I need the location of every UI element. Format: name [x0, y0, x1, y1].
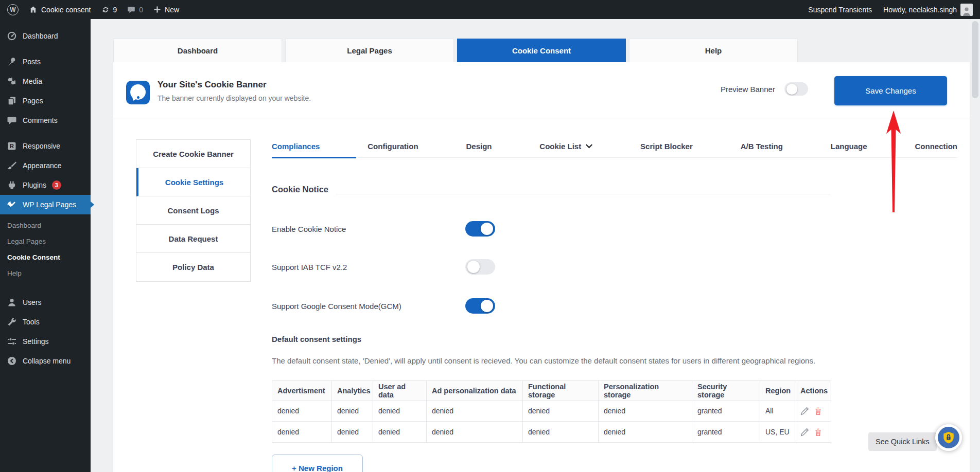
nav-label: Create Cookie Banner — [153, 150, 234, 158]
sidebar-item-comments[interactable]: Comments — [0, 111, 91, 130]
collapse-arrow-icon — [7, 356, 17, 366]
submenu-item-help[interactable]: Help — [0, 265, 91, 281]
comment-bubble-icon — [7, 115, 17, 125]
cell: granted — [692, 401, 760, 422]
sidebar-item-media[interactable]: Media — [0, 71, 91, 91]
nav-cookie-settings[interactable]: Cookie Settings — [136, 168, 250, 196]
sidebar-item-label: Posts — [23, 58, 41, 66]
submenu-item-legal-pages[interactable]: Legal Pages — [0, 233, 91, 249]
edit-pencil-icon[interactable] — [800, 407, 809, 415]
new-region-button[interactable]: + New Region — [272, 455, 363, 472]
settings-sub-tabs: Compliances Configuration Design Cookie … — [272, 135, 957, 158]
support-gcm-toggle[interactable] — [465, 298, 495, 314]
sidebar-item-label: Responsive — [23, 142, 60, 150]
cell: denied — [272, 401, 332, 422]
sidebar-item-tools[interactable]: Tools — [0, 312, 91, 332]
region-cell: All — [760, 401, 795, 422]
subtab-ab-testing[interactable]: A/B Testing — [741, 142, 783, 151]
tab-label: Cookie Consent — [512, 46, 571, 55]
tab-cookie-consent[interactable]: Cookie Consent — [457, 39, 626, 62]
subtab-design[interactable]: Design — [466, 142, 492, 151]
sidebar-item-label: Comments — [23, 116, 58, 124]
avatar — [960, 4, 973, 16]
sidebar-item-pages[interactable]: Pages — [0, 91, 91, 111]
default-consent-settings-description: The default consent state, 'Denied', wil… — [272, 356, 961, 365]
updates-link[interactable]: 9 — [101, 6, 117, 14]
plugins-count-badge: 3 — [52, 180, 61, 190]
cell: denied — [599, 401, 692, 422]
sidebar-item-label: Dashboard — [23, 32, 58, 40]
account-menu[interactable]: Howdy, neelaksh.singh — [883, 4, 973, 16]
sidebar-item-settings[interactable]: Settings — [0, 332, 91, 351]
sidebar-item-posts[interactable]: Posts — [0, 52, 91, 71]
site-name: Cookie consent — [41, 6, 91, 14]
col-actions: Actions — [795, 381, 831, 401]
sidebar-item-label: Tools — [23, 318, 40, 326]
sidebar-item-responsive[interactable]: R Responsive — [0, 136, 91, 156]
comments-link[interactable]: 0 — [127, 6, 143, 14]
nav-data-request[interactable]: Data Request — [136, 225, 250, 253]
brush-icon — [7, 160, 17, 171]
suspend-transients-link[interactable]: Suspend Transients — [808, 6, 872, 14]
col-advertisment: Advertisment — [272, 381, 332, 401]
sidebar-item-label: WP Legal Pages — [23, 201, 76, 209]
nav-create-cookie-banner[interactable]: Create Cookie Banner — [136, 140, 250, 168]
see-quick-links-button[interactable]: See Quick Links — [868, 432, 937, 451]
wordpress-menu[interactable]: W — [7, 4, 19, 15]
sidebar-item-appearance[interactable]: Appearance — [0, 156, 91, 175]
enable-cookie-notice-toggle[interactable] — [465, 221, 495, 237]
subtab-compliances[interactable]: Compliances — [272, 142, 320, 151]
site-link[interactable]: Cookie consent — [29, 5, 91, 14]
delete-trash-icon[interactable] — [814, 428, 822, 437]
cell: denied — [427, 422, 523, 443]
sidebar-item-wp-legal-pages[interactable]: WP Legal Pages — [0, 195, 91, 214]
tab-help[interactable]: Help — [629, 39, 798, 62]
nav-consent-logs[interactable]: Consent Logs — [136, 196, 250, 225]
quick-links-fab[interactable] — [935, 424, 962, 451]
tab-dashboard[interactable]: Dashboard — [113, 39, 282, 62]
updates-icon — [101, 6, 110, 14]
subtab-cookie-list-dropdown[interactable]: Cookie List — [539, 142, 592, 151]
submenu-item-dashboard[interactable]: Dashboard — [0, 217, 91, 233]
delete-trash-icon[interactable] — [814, 407, 822, 415]
cell: granted — [692, 422, 760, 443]
gavel-icon — [7, 199, 17, 210]
preview-banner-toggle[interactable] — [784, 82, 808, 96]
new-content-button[interactable]: New — [153, 6, 179, 14]
subtab-script-blocker[interactable]: Script Blocker — [640, 142, 693, 151]
subtab-label: A/B Testing — [741, 142, 783, 151]
cell: denied — [332, 422, 373, 443]
cell: denied — [373, 401, 427, 422]
edit-pencil-icon[interactable] — [800, 428, 809, 437]
subtab-label: Language — [831, 142, 867, 151]
cell: denied — [332, 401, 373, 422]
collapse-menu-button[interactable]: Collapse menu — [0, 351, 91, 371]
subtab-configuration[interactable]: Configuration — [367, 142, 418, 151]
enable-cookie-notice-label: Enable Cookie Notice — [272, 225, 346, 233]
nav-policy-data[interactable]: Policy Data — [136, 253, 250, 281]
support-iab-tcf-toggle[interactable] — [465, 259, 495, 275]
scrollbar-track[interactable] — [970, 19, 980, 472]
plugin-icon — [7, 180, 17, 190]
scrollbar-thumb[interactable] — [972, 21, 978, 98]
admin-bar: W Cookie consent 9 0 New Suspend Transie… — [0, 0, 980, 19]
nav-label: Cookie Settings — [165, 178, 223, 187]
cookie-banner-logo — [126, 81, 150, 104]
comments-count: 0 — [139, 6, 143, 14]
plus-icon — [153, 6, 161, 13]
sidebar-item-plugins[interactable]: Plugins 3 — [0, 175, 91, 195]
responsive-icon: R — [7, 141, 17, 151]
svg-text:R: R — [10, 143, 14, 149]
sidebar-item-dashboard[interactable]: Dashboard — [0, 26, 91, 46]
subtab-connection[interactable]: Connection — [915, 142, 958, 151]
header-divider — [113, 119, 970, 119]
tab-legal-pages[interactable]: Legal Pages — [285, 39, 454, 62]
nav-label: Data Request — [169, 234, 218, 243]
save-changes-button[interactable]: Save Changes — [834, 76, 947, 105]
sidebar-item-users[interactable]: Users — [0, 293, 91, 312]
submenu-item-cookie-consent[interactable]: Cookie Consent — [0, 249, 91, 265]
subtab-language[interactable]: Language — [831, 142, 867, 151]
table-row: denied denied denied denied denied denie… — [272, 422, 831, 443]
wrench-icon — [7, 317, 17, 327]
updates-count: 9 — [113, 6, 117, 14]
